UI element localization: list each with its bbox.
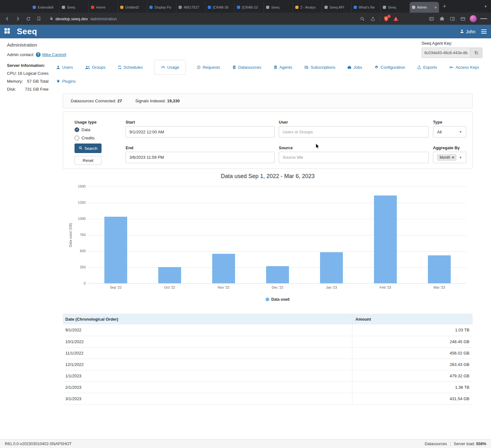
browser-tab[interactable]: Untitled2 bbox=[118, 2, 147, 13]
url-bar[interactable]: develop.seeq.dev/administration bbox=[46, 14, 355, 23]
tab-users[interactable]: Users bbox=[56, 60, 74, 75]
wallet-icon[interactable] bbox=[459, 15, 466, 22]
new-tab-button[interactable]: + bbox=[439, 3, 450, 10]
tab-close-icon[interactable]: × bbox=[434, 5, 437, 10]
reset-button[interactable]: Reset bbox=[75, 156, 101, 165]
agent-key-input[interactable] bbox=[422, 48, 470, 58]
aggregate-by-select[interactable]: Month × × ▼ bbox=[433, 152, 466, 163]
question-icon[interactable]: ? bbox=[36, 52, 41, 57]
tab-search-chevron-icon[interactable]: ▾ bbox=[480, 4, 491, 9]
end-date-input[interactable] bbox=[126, 152, 275, 163]
forward-button[interactable] bbox=[14, 15, 21, 22]
stats-bar: Datasources Connected:27 Signals Indexed… bbox=[63, 93, 473, 108]
bookmarks-icon[interactable] bbox=[35, 15, 42, 22]
status-bar: R61.0.0-v202303010402-SNAPSHOT Datasourc… bbox=[0, 439, 491, 448]
tab-favicon bbox=[62, 6, 65, 9]
profile-avatar[interactable] bbox=[470, 15, 477, 22]
type-field: Type All ▼ bbox=[433, 120, 466, 139]
browser-tab[interactable]: Display Pa bbox=[147, 2, 176, 13]
chevron-down-icon: ▼ bbox=[459, 156, 462, 159]
browser-tabs: ExtensibiliSeeqHomeUntitled2Display Pa48… bbox=[30, 2, 439, 13]
reload-button[interactable] bbox=[25, 15, 32, 22]
browser-tab[interactable]: 2 - Analys bbox=[293, 2, 322, 13]
browser-tab[interactable]: Extensibili bbox=[30, 2, 60, 13]
usage-table: Date (Chronological Order) Amount 9/1/20… bbox=[63, 314, 473, 405]
usage-tab-content: Datasources Connected:27 Signals Indexed… bbox=[63, 93, 473, 405]
seeq-logo[interactable]: Seeq bbox=[17, 27, 37, 36]
browser-tab[interactable]: What's Ne bbox=[351, 2, 381, 13]
start-date-input[interactable] bbox=[126, 126, 275, 138]
tab-access-keys[interactable]: Access Keys bbox=[448, 60, 480, 75]
tab-label: Exports bbox=[423, 65, 437, 70]
date-cell: 12/1/2022 bbox=[63, 359, 352, 370]
disk-row: Disk: 731 GB Free bbox=[7, 87, 49, 92]
sidebar-icon[interactable] bbox=[449, 15, 456, 22]
browser-tab[interactable]: Seeq bbox=[60, 2, 89, 13]
user-input[interactable] bbox=[279, 126, 429, 138]
tab-label: Plugins bbox=[62, 79, 76, 84]
tab-datasources[interactable]: Datasources bbox=[232, 60, 262, 75]
browser-tab[interactable]: [CRAB-23 bbox=[235, 2, 264, 13]
tab-exports[interactable]: Exports bbox=[416, 60, 438, 75]
user-menu[interactable]: John bbox=[460, 29, 475, 34]
footer-datasources-link[interactable]: Datasources bbox=[425, 442, 447, 446]
toolbar-divider bbox=[380, 16, 380, 22]
tab-label: Configuration bbox=[381, 65, 405, 70]
zoom-icon[interactable] bbox=[359, 15, 366, 22]
browser-tab[interactable]: Admin× bbox=[410, 2, 439, 13]
copy-button[interactable] bbox=[470, 48, 482, 58]
chart-legend-item[interactable]: Data used bbox=[89, 296, 466, 302]
tab-jobs[interactable]: Jobs bbox=[347, 60, 363, 75]
bar bbox=[320, 252, 343, 283]
browser-menu-icon[interactable] bbox=[480, 15, 487, 22]
admin-page: Administration Admin contact: ? Mike Can… bbox=[0, 38, 491, 439]
password-manager-icon[interactable] bbox=[428, 15, 435, 22]
home-grid-icon[interactable] bbox=[4, 28, 10, 35]
browser-tab[interactable]: Seeq API bbox=[322, 2, 351, 13]
back-button[interactable] bbox=[4, 15, 11, 22]
datasources-connected-value: 27 bbox=[117, 99, 122, 103]
hamburger-menu-icon[interactable] bbox=[481, 29, 487, 35]
warning-icon[interactable] bbox=[392, 15, 399, 22]
date-column-header[interactable]: Date (Chronological Order) bbox=[63, 314, 352, 324]
clear-selection-icon[interactable]: × bbox=[453, 155, 455, 160]
end-field: End bbox=[126, 145, 275, 165]
usage-type-credits-radio[interactable]: Credits bbox=[75, 134, 121, 141]
browser-tab[interactable]: Home bbox=[89, 2, 118, 13]
tab-favicon bbox=[383, 6, 386, 9]
tab-usage[interactable]: Usage bbox=[154, 60, 186, 75]
extensions-puzzle-icon[interactable] bbox=[438, 15, 445, 22]
tab-title: 48517527 bbox=[184, 5, 199, 9]
y-axis-tick-label: 250 bbox=[70, 265, 86, 269]
tab-configuration[interactable]: Configuration bbox=[374, 60, 406, 75]
browser-tab[interactable]: 48517527 bbox=[176, 2, 206, 13]
source-input[interactable] bbox=[279, 152, 429, 163]
brave-shield-icon[interactable]: 1 bbox=[383, 16, 389, 22]
type-selected-value: All bbox=[437, 130, 442, 134]
tab-agents[interactable]: Agents bbox=[273, 60, 293, 75]
date-cell: 11/1/2022 bbox=[63, 347, 352, 359]
tab-groups[interactable]: Groups bbox=[84, 60, 106, 75]
type-select[interactable]: All ▼ bbox=[433, 126, 466, 138]
y-axis-tick-label: 1250 bbox=[70, 201, 86, 204]
amount-column-header[interactable]: Amount bbox=[352, 314, 473, 324]
tab-requests[interactable]: Requests bbox=[196, 60, 221, 75]
tab-plugins[interactable]: Plugins bbox=[56, 75, 76, 87]
usage-type-data-radio[interactable]: Data bbox=[75, 126, 121, 133]
tab-schedules[interactable]: Schedules bbox=[117, 60, 144, 75]
bar bbox=[374, 195, 397, 283]
table-row: 9/1/20221.03 TB bbox=[63, 324, 473, 336]
disk-value: 731 GB Free bbox=[25, 87, 49, 92]
admin-contact-link[interactable]: Mike Cantrell bbox=[42, 52, 66, 57]
search-button[interactable]: Search bbox=[75, 144, 101, 153]
datasources-connected-stat: Datasources Connected:27 bbox=[71, 99, 122, 103]
agent-key-block: Seeq Agent Key: bbox=[422, 41, 482, 58]
browser-tab[interactable]: Seeq bbox=[264, 2, 293, 13]
browser-tab[interactable]: Seeq bbox=[381, 2, 410, 13]
share-icon[interactable] bbox=[369, 15, 376, 22]
signals-indexed-value: 19,330 bbox=[167, 99, 180, 103]
browser-tab[interactable]: [CRAB-35 bbox=[206, 2, 235, 13]
radio-unchecked-icon bbox=[75, 136, 79, 140]
server-load: Server load: 556% bbox=[454, 442, 486, 446]
tab-subscriptions[interactable]: Subscriptions bbox=[304, 60, 336, 75]
